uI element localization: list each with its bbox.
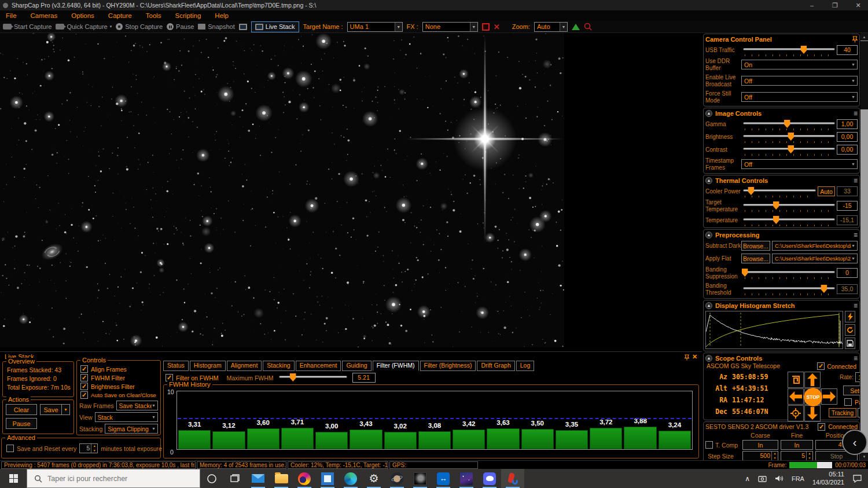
still-mode-select[interactable]: Off ▼ bbox=[741, 92, 858, 102]
tab-drift-graph[interactable]: Drift Graph bbox=[477, 361, 514, 371]
menu-capture[interactable]: Capture bbox=[108, 12, 132, 19]
tab-log[interactable]: Log bbox=[516, 361, 535, 371]
spinner-arrows[interactable]: ▲▼ bbox=[771, 452, 778, 460]
maximum-fwhm-slider[interactable] bbox=[279, 373, 347, 383]
live-stack-button[interactable]: Live Stack bbox=[251, 21, 299, 32]
chevron-down-icon[interactable]: ▼ bbox=[395, 23, 402, 31]
scope-connected[interactable]: ✓ Connected bbox=[817, 362, 856, 370]
menu-options[interactable]: Options bbox=[71, 12, 94, 19]
scroll-up-button[interactable]: ▲ bbox=[860, 33, 868, 41]
tab-status[interactable]: Status bbox=[163, 361, 189, 371]
taskbar-icon-teamviewer[interactable]: ↔ bbox=[432, 469, 455, 488]
start-capture-button[interactable]: Start Capture bbox=[3, 23, 52, 30]
live-broadcast-select[interactable]: Off ▼ bbox=[741, 76, 858, 86]
taskbar-icon-mail[interactable] bbox=[247, 469, 270, 488]
contrast-slider[interactable] bbox=[743, 145, 835, 155]
rate-select[interactable]: 16x ▼ bbox=[855, 372, 860, 382]
connected-checkbox[interactable]: ✓ bbox=[818, 423, 825, 431]
taskbar-icon-file-explorer[interactable] bbox=[270, 469, 293, 488]
target-temperature-slider[interactable] bbox=[743, 201, 835, 211]
language-indicator[interactable]: FRA bbox=[792, 475, 804, 482]
timestamp-frames-select[interactable]: Off ▼ bbox=[741, 159, 858, 169]
brightness-filter-row[interactable]: ✓Brightness Filter bbox=[80, 383, 157, 390]
spinner-arrows[interactable]: ▲▼ bbox=[806, 452, 812, 460]
chevron-down-icon[interactable]: ▾ bbox=[110, 24, 112, 29]
chevron-down-icon[interactable]: ▼ bbox=[560, 23, 567, 31]
tcomp-checkbox[interactable]: ✓ bbox=[705, 441, 713, 449]
dark-path-select[interactable]: C:\Users\SharkFleet\Desktop\dark... ▼ bbox=[772, 241, 858, 251]
banding-suppression-value[interactable]: 0 bbox=[837, 268, 858, 278]
tab-enhancement[interactable]: Enhancement bbox=[296, 361, 341, 371]
pause-stack-button[interactable]: Pause bbox=[6, 418, 37, 429]
connected-checkbox[interactable]: ✓ bbox=[817, 362, 825, 370]
pause-button[interactable]: Pause bbox=[167, 23, 194, 30]
ddr-buffer-select[interactable]: On ▼ bbox=[741, 60, 858, 69]
goto-target-button[interactable] bbox=[788, 405, 804, 421]
snapshot-button[interactable]: Snapshot bbox=[198, 23, 234, 30]
auto-stretch-button[interactable] bbox=[845, 311, 855, 322]
fwhm-filter-checkbox[interactable]: ✓ bbox=[80, 374, 88, 381]
zoom-select[interactable]: Auto ▼ bbox=[534, 22, 568, 32]
menu-icon[interactable]: ≡ bbox=[854, 232, 858, 239]
browse-flat-button[interactable]: Browse... bbox=[741, 254, 770, 263]
tab-alignment[interactable]: Alignment bbox=[227, 361, 262, 371]
tab-stacking[interactable]: Stacking bbox=[263, 361, 294, 371]
menu-icon[interactable]: ≡ bbox=[854, 177, 858, 184]
scope-setup-button[interactable]: Setup bbox=[843, 386, 860, 395]
save-reset-checkbox[interactable]: ✓ bbox=[6, 445, 14, 452]
view-select[interactable]: Stack▼ bbox=[95, 412, 158, 422]
menu-file[interactable]: File bbox=[6, 12, 17, 19]
menu-tools[interactable]: Tools bbox=[146, 12, 161, 19]
coarse-in-button[interactable]: In bbox=[742, 440, 778, 450]
gamma-slider[interactable] bbox=[743, 119, 835, 129]
park-row[interactable]: ✓ Park bbox=[844, 398, 860, 406]
fine-step-spinner[interactable]: 5 ▲▼ bbox=[781, 451, 813, 460]
scroll-thumb[interactable] bbox=[860, 41, 868, 109]
tcomp-row[interactable]: ✓T. Comp bbox=[705, 440, 740, 450]
taskbar-icon-firefox[interactable] bbox=[293, 469, 316, 488]
tab-histogram[interactable]: Histogram bbox=[190, 361, 226, 371]
brightness-value[interactable]: 0,00 bbox=[837, 132, 858, 142]
menu-icon[interactable]: ≡ bbox=[854, 110, 858, 117]
volume-icon[interactable] bbox=[775, 475, 784, 482]
reset-stretch-button[interactable] bbox=[845, 324, 855, 336]
target-name-select[interactable]: UMa 1 ▼ bbox=[347, 22, 403, 32]
save-button[interactable]: Save bbox=[40, 404, 62, 415]
taskbar-icon-discord[interactable] bbox=[478, 469, 501, 488]
cooler-auto-button[interactable]: Auto bbox=[818, 186, 835, 196]
start-button[interactable] bbox=[0, 469, 27, 488]
monitor-icon[interactable] bbox=[239, 24, 247, 30]
maximum-fwhm-value[interactable]: 5.21 bbox=[352, 373, 376, 383]
usb-traffic-slider[interactable] bbox=[743, 45, 835, 55]
target-temperature-value[interactable]: -15 bbox=[837, 201, 858, 211]
collapse-icon[interactable]: ▲ bbox=[705, 232, 712, 239]
brightness-slider[interactable] bbox=[743, 132, 835, 142]
browse-dark-button[interactable]: Browse... bbox=[741, 241, 770, 251]
pin-icon[interactable] bbox=[685, 354, 689, 361]
slew-up-button[interactable] bbox=[804, 372, 821, 388]
tab-filter-brightness[interactable]: Filter (Brightness) bbox=[420, 361, 476, 371]
collapse-icon[interactable]: ▲ bbox=[705, 355, 712, 362]
usb-traffic-value[interactable]: 40 bbox=[837, 45, 858, 55]
brightness-filter-checkbox[interactable]: ✓ bbox=[80, 383, 88, 390]
minimize-button[interactable]: – bbox=[802, 0, 822, 10]
image-display-area[interactable] bbox=[0, 33, 702, 351]
auto-save-row[interactable]: ✓Auto Save on Clear/Close bbox=[80, 391, 157, 399]
search-input[interactable] bbox=[47, 475, 181, 483]
taskbar-icon-sharpcap[interactable] bbox=[501, 469, 524, 488]
taskbar-icon-astro-app[interactable] bbox=[409, 469, 432, 488]
spiral-search-button[interactable] bbox=[788, 372, 804, 388]
coarse-step-spinner[interactable]: 500 ▲▼ bbox=[742, 451, 778, 460]
menu-icon[interactable]: ≡ bbox=[854, 302, 858, 309]
notification-icon[interactable] bbox=[852, 474, 862, 483]
taskbar-icon-planetarium[interactable] bbox=[385, 469, 409, 488]
save-stretch-button[interactable] bbox=[845, 337, 855, 349]
align-frames-checkbox[interactable]: ✓ bbox=[80, 365, 88, 373]
flat-path-select[interactable]: C:\Users\SharkFleet\Desktop\21_2... ▼ bbox=[772, 254, 858, 263]
taskbar-search[interactable] bbox=[27, 469, 200, 488]
park-checkbox[interactable]: ✓ bbox=[844, 398, 852, 406]
maximize-button[interactable]: ❐ bbox=[825, 0, 845, 10]
auto-stretch-icon[interactable] bbox=[572, 24, 580, 30]
banding-suppression-slider[interactable] bbox=[743, 268, 835, 278]
taskbar-clock[interactable]: 05:11 14/03/2021 bbox=[812, 471, 844, 487]
